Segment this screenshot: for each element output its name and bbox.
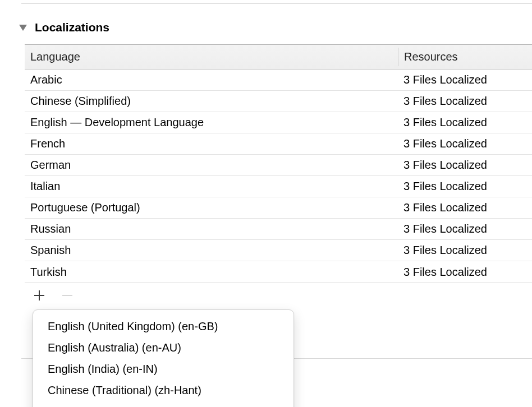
cell-language: English — Development Language bbox=[25, 116, 398, 129]
table-row[interactable]: German3 Files Localized bbox=[25, 155, 532, 176]
popup-item[interactable]: Chinese (Traditional) (zh-Hant) bbox=[33, 380, 293, 401]
localizations-table: Language Resources Arabic3 Files Localiz… bbox=[25, 44, 532, 283]
cell-language: Spanish bbox=[25, 244, 398, 257]
cell-resources: 3 Files Localized bbox=[398, 201, 532, 214]
table-row[interactable]: Italian3 Files Localized bbox=[25, 176, 532, 197]
cell-language: German bbox=[25, 159, 398, 172]
table-header: Language Resources bbox=[25, 45, 532, 70]
popup-item[interactable]: English (Australia) (en-AU) bbox=[33, 337, 293, 358]
popup-item[interactable]: Chinese (Hong Kong [China]) (zh-HK) bbox=[33, 401, 293, 407]
table-row[interactable]: French3 Files Localized bbox=[25, 133, 532, 155]
remove-localization-button[interactable] bbox=[61, 289, 74, 302]
plus-icon bbox=[34, 290, 44, 300]
cell-resources: 3 Files Localized bbox=[398, 116, 532, 129]
cell-language: Russian bbox=[25, 223, 398, 235]
table-row[interactable]: Turkish3 Files Localized bbox=[25, 261, 532, 283]
cell-resources: 3 Files Localized bbox=[398, 223, 532, 235]
table-row[interactable]: English — Development Language3 Files Lo… bbox=[25, 112, 532, 133]
table-row[interactable]: Portuguese (Portugal)3 Files Localized bbox=[25, 197, 532, 219]
add-localization-button[interactable] bbox=[33, 289, 46, 302]
cell-resources: 3 Files Localized bbox=[398, 266, 532, 279]
table-toolbar bbox=[0, 283, 532, 303]
disclosure-triangle-icon[interactable] bbox=[19, 25, 27, 31]
cell-language: Arabic bbox=[25, 73, 398, 86]
cell-language: Italian bbox=[25, 180, 398, 193]
column-header-resources[interactable]: Resources bbox=[398, 50, 532, 63]
table-row[interactable]: Chinese (Simplified)3 Files Localized bbox=[25, 91, 532, 112]
cell-resources: 3 Files Localized bbox=[398, 73, 532, 86]
table-row[interactable]: Spanish3 Files Localized bbox=[25, 240, 532, 261]
cell-language: Chinese (Simplified) bbox=[25, 95, 398, 108]
add-localization-popup: English (United Kingdom) (en-GB)English … bbox=[33, 309, 294, 407]
minus-icon bbox=[62, 295, 72, 296]
cell-resources: 3 Files Localized bbox=[398, 180, 532, 193]
cell-resources: 3 Files Localized bbox=[398, 159, 532, 172]
popup-item[interactable]: English (United Kingdom) (en-GB) bbox=[33, 316, 293, 337]
section-title: Localizations bbox=[35, 21, 109, 34]
section-header[interactable]: Localizations bbox=[0, 4, 532, 44]
cell-resources: 3 Files Localized bbox=[398, 244, 532, 257]
table-row[interactable]: Russian3 Files Localized bbox=[25, 219, 532, 240]
table-row[interactable]: Arabic3 Files Localized bbox=[25, 70, 532, 91]
cell-resources: 3 Files Localized bbox=[398, 95, 532, 108]
cell-language: Portuguese (Portugal) bbox=[25, 201, 398, 214]
cell-language: French bbox=[25, 137, 398, 150]
cell-resources: 3 Files Localized bbox=[398, 137, 532, 150]
table-body: Arabic3 Files LocalizedChinese (Simplifi… bbox=[25, 70, 532, 283]
column-header-language[interactable]: Language bbox=[25, 50, 398, 63]
cell-language: Turkish bbox=[25, 266, 398, 279]
popup-item[interactable]: English (India) (en-IN) bbox=[33, 358, 293, 380]
